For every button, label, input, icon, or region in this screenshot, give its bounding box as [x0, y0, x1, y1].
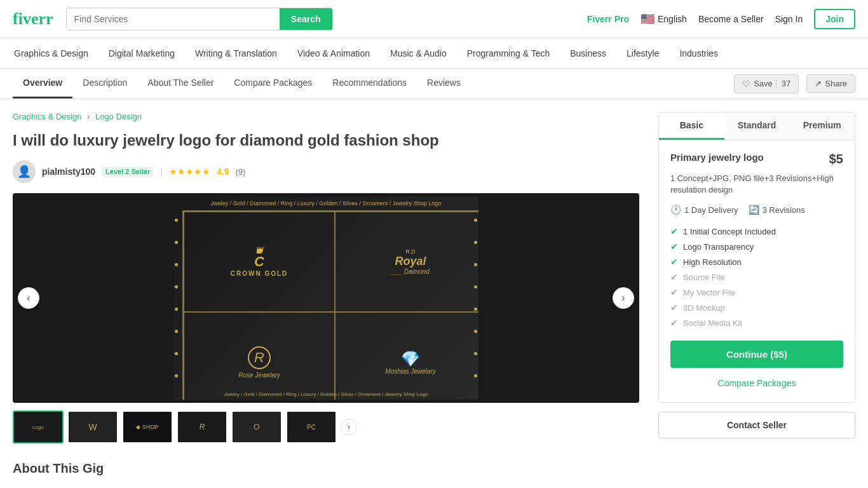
- x-icon-5: ✔: [670, 287, 678, 297]
- tabs-right: ♡ Save 37 ↗ Share: [734, 74, 855, 93]
- x-icon-6: ✔: [670, 302, 678, 313]
- nav-item-industries[interactable]: Industries: [678, 48, 719, 58]
- contact-seller-button[interactable]: Contact Seller: [658, 412, 855, 438]
- about-gig-section: About This Gig: [13, 461, 639, 476]
- compare-packages-link[interactable]: Compare Packages: [670, 376, 843, 391]
- nav-item-graphics[interactable]: Graphics & Design: [13, 48, 90, 58]
- nav-item-programming[interactable]: Programming & Tech: [466, 48, 551, 58]
- delivery-label: 1 Day Delivery: [684, 205, 738, 215]
- check-icon-1: ✔: [670, 226, 678, 236]
- feature-item-7: ✔ Social Media Kit: [670, 315, 843, 330]
- logo[interactable]: fiverr: [13, 10, 53, 29]
- search-input[interactable]: [67, 9, 280, 29]
- jewelry-cell-4: 💎 Moshias Jewelary: [335, 312, 478, 400]
- jewelry-cell-1: 👑 C CROWN GOLD: [184, 212, 335, 312]
- seller-info: 👤 pialmisty100 Level 2 Seller | ★★★★★ 4.…: [13, 160, 639, 183]
- pkg-tab-standard[interactable]: Standard: [724, 112, 790, 140]
- pkg-tab-basic[interactable]: Basic: [659, 112, 724, 140]
- cell3-letter: R: [248, 346, 271, 369]
- join-button[interactable]: Join: [814, 9, 855, 29]
- review-count: (9): [236, 167, 246, 177]
- header-right: Fiverr Pro 🇺🇸 English Become a Seller Si…: [587, 9, 855, 29]
- feature-label-7: Social Media Kit: [683, 318, 742, 328]
- check-icon-3: ✔: [670, 257, 678, 267]
- nav-item-marketing[interactable]: Digital Marketing: [107, 48, 176, 58]
- thumbnail-3[interactable]: ◆ SHOP: [122, 410, 173, 444]
- about-gig-title: About This Gig: [13, 461, 639, 476]
- features-list: ✔ 1 Initial Concept Included ✔ Logo Tran…: [670, 224, 843, 330]
- revisions-meta: 🔄 3 Revisions: [749, 205, 805, 215]
- cell4-brand: Moshias Jewelary: [385, 368, 435, 375]
- heart-icon: ♡: [742, 79, 750, 89]
- feature-label-6: 3D Mockup: [683, 303, 725, 313]
- jewelry-cell-3: R Rose Jewelary: [184, 312, 335, 400]
- x-icon-4: ✔: [670, 272, 678, 282]
- thumb-img-6: PC: [287, 412, 336, 442]
- thumb-img-3: ◆ SHOP: [123, 412, 172, 442]
- feature-item-1: ✔ 1 Initial Concept Included: [670, 224, 843, 239]
- package-panel: Basic Standard Premium Primary jewelry l…: [658, 112, 855, 403]
- package-header: Primary jewelry logo $5: [670, 152, 843, 166]
- package-body: Primary jewelry logo $5 1 Concept+JPG, P…: [659, 140, 855, 402]
- thumbnail-5[interactable]: O: [231, 410, 282, 444]
- sign-in-link[interactable]: Sign In: [775, 14, 803, 24]
- seller-name[interactable]: pialmisty100: [42, 166, 95, 177]
- nav-item-music[interactable]: Music & Audio: [389, 48, 448, 58]
- share-icon: ↗: [815, 79, 822, 88]
- share-button[interactable]: ↗ Share: [806, 74, 855, 93]
- thumbnail-4[interactable]: R: [177, 410, 227, 444]
- pkg-tab-premium[interactable]: Premium: [789, 112, 855, 140]
- fiverr-pro-link[interactable]: Fiverr Pro: [587, 14, 629, 24]
- flag-icon: 🇺🇸: [641, 12, 654, 26]
- nav-item-writing[interactable]: Writing & Translation: [194, 48, 278, 58]
- revisions-label: 3 Revisions: [763, 205, 805, 215]
- left-column: Graphics & Design › Logo Design I will d…: [13, 112, 639, 476]
- search-button[interactable]: Search: [280, 8, 332, 30]
- nav-item-lifestyle[interactable]: Lifestyle: [625, 48, 660, 58]
- right-column: Basic Standard Premium Primary jewelry l…: [658, 112, 855, 476]
- thumbnails-next-button[interactable]: ›: [341, 419, 357, 435]
- cell1-letter: C: [254, 254, 264, 270]
- cell2-sub: ___ Daimond: [391, 268, 429, 275]
- thumbnail-1[interactable]: Logo: [13, 410, 64, 444]
- tab-recommendations[interactable]: Recommendations: [322, 69, 417, 98]
- cell3-brand: Rose Jewelary: [238, 372, 280, 379]
- breadcrumb: Graphics & Design › Logo Design: [13, 112, 639, 121]
- continue-button[interactable]: Continue ($5): [670, 341, 843, 368]
- breadcrumb-category[interactable]: Graphics & Design: [13, 112, 81, 121]
- feature-item-6: ✔ 3D Mockup: [670, 300, 843, 315]
- gallery-prev-button[interactable]: ‹: [18, 287, 39, 309]
- clock-icon: 🕐: [670, 205, 681, 215]
- nav-item-business[interactable]: Business: [569, 48, 607, 58]
- tab-overview[interactable]: Overview: [13, 69, 72, 98]
- thumbnail-2[interactable]: W: [67, 410, 118, 444]
- main-image: Jweley / Gold / Diamoned / Ring / Luxury…: [13, 193, 639, 403]
- language-selector[interactable]: 🇺🇸 English: [641, 12, 687, 26]
- feature-label-2: Logo Transparency: [683, 242, 754, 252]
- tab-reviews[interactable]: Reviews: [417, 69, 471, 98]
- rating-value: 4.9: [217, 166, 229, 177]
- package-price: $5: [829, 152, 843, 166]
- x-icon-7: ✔: [670, 318, 678, 328]
- save-button[interactable]: ♡ Save 37: [734, 74, 799, 93]
- tab-about-seller[interactable]: About The Seller: [137, 69, 224, 98]
- refresh-icon: 🔄: [749, 205, 759, 215]
- gig-title: I will do luxury jewelry logo for diamon…: [13, 130, 639, 150]
- nav-item-video[interactable]: Video & Animation: [296, 48, 371, 58]
- seller-level-badge: Level 2 Seller: [102, 166, 154, 177]
- share-label: Share: [825, 79, 847, 88]
- tab-description[interactable]: Description: [72, 69, 137, 98]
- breadcrumb-subcategory[interactable]: Logo Design: [95, 112, 142, 121]
- tab-compare-packages[interactable]: Compare Packages: [224, 69, 322, 98]
- image-gallery: Jweley / Gold / Diamoned / Ring / Luxury…: [13, 193, 639, 403]
- become-seller-link[interactable]: Become a Seller: [698, 14, 764, 24]
- thumb-img-4: R: [178, 412, 226, 442]
- divider: |: [160, 166, 163, 177]
- avatar: 👤: [13, 160, 36, 183]
- package-meta: 🕐 1 Day Delivery 🔄 3 Revisions: [670, 205, 843, 215]
- feature-label-3: High Resolution: [683, 257, 742, 267]
- gallery-next-button[interactable]: ›: [613, 287, 634, 309]
- package-description: 1 Concept+JPG, PNG file+3 Revisions+High…: [670, 173, 843, 196]
- thumb-img-2: W: [69, 412, 117, 442]
- thumbnail-6[interactable]: PC: [286, 410, 337, 444]
